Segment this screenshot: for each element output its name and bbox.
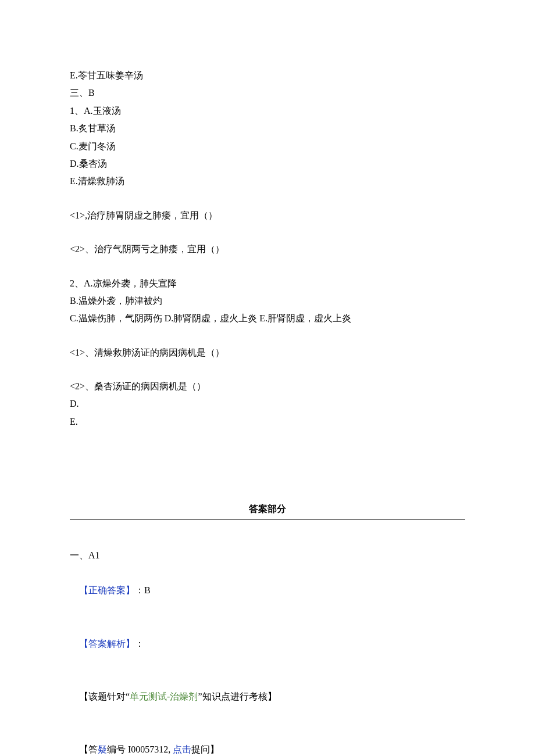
correct-answer-label: 【正确答案】 [79, 585, 135, 595]
q2-sub1: <1>、清燥救肺汤证的病因病机是（） [70, 344, 465, 361]
section-three-header: 三、B [70, 84, 465, 102]
ans-a1-kp-1: 【该题针对“单元测试-治燥剂”知识点进行考核】 [70, 670, 465, 723]
kp-pre: 【该题针对“ [79, 691, 130, 701]
q2-sub2: <2>、桑杏汤证的病因病机是（） [70, 378, 465, 395]
q1-sub1: <1>,治疗肺胃阴虚之肺痿，宜用（） [70, 207, 465, 224]
answers-heading: 答案部分 [70, 500, 465, 519]
q1-sub2: <2>、治疗气阴两亏之肺痿，宜用（） [70, 241, 465, 258]
document-page: E.苓甘五味姜辛汤 三、B 1、A.玉液汤 B.炙甘草汤 C.麦门冬汤 D.桑杏… [0, 0, 535, 756]
q2-line-e: E. [70, 413, 465, 431]
explain-label: 【答案解析】 [79, 639, 135, 648]
ans-a1-explain-1: 【答案解析】： [70, 617, 465, 670]
q1-option-d: D.桑杏汤 [70, 155, 465, 173]
faq-mid1: 疑 [98, 744, 107, 754]
ans-a1-correct-1: 【正确答案】：B [70, 564, 465, 617]
ans-a1-faq-1: 【答疑编号 I00057312, 点击提问】 [70, 723, 465, 756]
faq-mid2: 编号 I00057312, [107, 744, 173, 754]
faq-post: 提问】 [191, 744, 219, 754]
sep: ： [135, 585, 144, 595]
q1-option-c: C.麦门冬汤 [70, 138, 465, 155]
sep: ： [135, 639, 144, 648]
q2-option-b: B.温燥外袭，肺津被灼 [70, 292, 465, 310]
faq-link[interactable]: 点击 [173, 744, 191, 754]
q2-option-a: 2、A.凉燥外袭，肺失宣降 [70, 275, 465, 292]
option-e-top: E.苓甘五味姜辛汤 [70, 67, 465, 84]
q1-option-e: E.清燥救肺汤 [70, 173, 465, 190]
q2-line-d: D. [70, 395, 465, 413]
kp-post: ”知识点进行考核】 [198, 691, 276, 701]
q1-option-b: B.炙甘草汤 [70, 120, 465, 137]
kp-green: 单元测试-治燥剂 [130, 691, 198, 701]
faq-pre: 【答 [79, 744, 98, 754]
correct-answer-value: B [144, 585, 151, 595]
q2-option-c: C.温燥伤肺，气阴两伤 D.肺肾阴虚，虚火上炎 E.肝肾阴虚，虚火上炎 [70, 310, 465, 327]
q1-option-a: 1、A.玉液汤 [70, 102, 465, 120]
ans-a1-section: 一、A1 [70, 547, 465, 564]
